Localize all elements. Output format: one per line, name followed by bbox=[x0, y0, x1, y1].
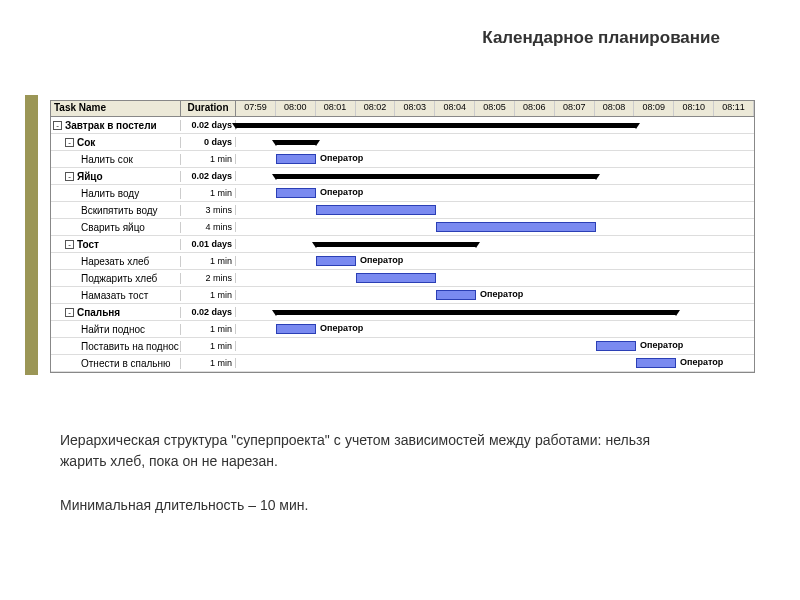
gantt-bar-cell: Оператор bbox=[236, 338, 754, 354]
gantt-row: Сварить яйцо4 mins bbox=[51, 219, 754, 236]
gantt-row: Налить воду1 minОператор bbox=[51, 185, 754, 202]
duration-cell: 1 min bbox=[181, 341, 236, 351]
task-name-cell[interactable]: Налить воду bbox=[51, 188, 181, 199]
gantt-header: Task Name Duration 07:5908:0008:0108:020… bbox=[51, 101, 754, 117]
resource-label: Оператор bbox=[480, 289, 523, 299]
timeline-tick: 08:06 bbox=[515, 101, 555, 116]
gantt-bar-cell: Оператор bbox=[236, 287, 754, 303]
description-text-1: Иерархическая структура "суперпроекта" с… bbox=[60, 430, 650, 472]
collapse-toggle[interactable]: - bbox=[65, 172, 74, 181]
collapse-toggle[interactable]: - bbox=[65, 240, 74, 249]
gantt-row: -Завтрак в постели0.02 days bbox=[51, 117, 754, 134]
gantt-row: Налить сок1 minОператор bbox=[51, 151, 754, 168]
timeline-tick: 08:11 bbox=[714, 101, 754, 116]
task-bar[interactable] bbox=[636, 358, 676, 368]
gantt-bar-cell bbox=[236, 236, 754, 252]
task-bar[interactable] bbox=[596, 341, 636, 351]
task-bar[interactable] bbox=[436, 222, 596, 232]
duration-cell: 1 min bbox=[181, 324, 236, 334]
task-name-cell[interactable]: Поставить на поднос bbox=[51, 341, 181, 352]
task-name-cell[interactable]: Поджарить хлеб bbox=[51, 273, 181, 284]
task-name-cell[interactable]: Найти поднос bbox=[51, 324, 181, 335]
timeline-tick: 08:10 bbox=[674, 101, 714, 116]
duration-cell: 2 mins bbox=[181, 273, 236, 283]
task-name-label: Налить сок bbox=[81, 154, 133, 165]
collapse-toggle[interactable]: - bbox=[53, 121, 62, 130]
gantt-chart: Task Name Duration 07:5908:0008:0108:020… bbox=[50, 100, 755, 373]
col-header-task[interactable]: Task Name bbox=[51, 101, 181, 116]
task-name-label: Поджарить хлеб bbox=[81, 273, 157, 284]
task-name-label: Тост bbox=[77, 239, 99, 250]
task-bar[interactable] bbox=[316, 256, 356, 266]
duration-cell: 1 min bbox=[181, 188, 236, 198]
summary-bar[interactable] bbox=[316, 242, 476, 247]
gantt-bar-cell bbox=[236, 270, 754, 286]
gantt-row: Поставить на поднос1 minОператор bbox=[51, 338, 754, 355]
task-name-cell[interactable]: -Яйцо bbox=[51, 171, 181, 182]
gantt-bar-cell bbox=[236, 202, 754, 218]
collapse-toggle[interactable]: - bbox=[65, 308, 74, 317]
task-name-cell[interactable]: Сварить яйцо bbox=[51, 222, 181, 233]
timeline-tick: 07:59 bbox=[236, 101, 276, 116]
col-header-duration[interactable]: Duration bbox=[181, 101, 236, 116]
resource-label: Оператор bbox=[320, 153, 363, 163]
task-bar[interactable] bbox=[316, 205, 436, 215]
task-name-label: Спальня bbox=[77, 307, 120, 318]
duration-cell: 1 min bbox=[181, 358, 236, 368]
task-bar[interactable] bbox=[436, 290, 476, 300]
timeline-tick: 08:07 bbox=[555, 101, 595, 116]
summary-bar[interactable] bbox=[236, 123, 636, 128]
duration-cell: 1 min bbox=[181, 154, 236, 164]
summary-bar[interactable] bbox=[276, 174, 596, 179]
task-name-label: Сок bbox=[77, 137, 95, 148]
gantt-row: -Яйцо0.02 days bbox=[51, 168, 754, 185]
task-name-label: Намазать тост bbox=[81, 290, 148, 301]
gantt-bar-cell bbox=[236, 219, 754, 235]
resource-label: Оператор bbox=[360, 255, 403, 265]
task-name-cell[interactable]: Намазать тост bbox=[51, 290, 181, 301]
resource-label: Оператор bbox=[320, 187, 363, 197]
description-text-2: Минимальная длительность – 10 мин. bbox=[60, 495, 650, 516]
collapse-toggle[interactable]: - bbox=[65, 138, 74, 147]
task-bar[interactable] bbox=[276, 154, 316, 164]
task-name-label: Отнести в спальню bbox=[81, 358, 171, 369]
gantt-row: -Тост0.01 days bbox=[51, 236, 754, 253]
gantt-row: Намазать тост1 minОператор bbox=[51, 287, 754, 304]
task-bar[interactable] bbox=[276, 188, 316, 198]
timeline-tick: 08:04 bbox=[435, 101, 475, 116]
task-name-cell[interactable]: -Завтрак в постели bbox=[51, 120, 181, 131]
summary-bar[interactable] bbox=[276, 140, 316, 145]
duration-cell: 0.02 days bbox=[181, 307, 236, 317]
task-bar[interactable] bbox=[356, 273, 436, 283]
gantt-bar-cell bbox=[236, 168, 754, 184]
task-name-cell[interactable]: Отнести в спальню bbox=[51, 358, 181, 369]
task-name-cell[interactable]: Налить сок bbox=[51, 154, 181, 165]
task-name-cell[interactable]: -Тост bbox=[51, 239, 181, 250]
gantt-row: Вскипятить воду3 mins bbox=[51, 202, 754, 219]
duration-cell: 1 min bbox=[181, 256, 236, 266]
gantt-row: Отнести в спальню1 minОператор bbox=[51, 355, 754, 372]
gantt-bar-cell bbox=[236, 117, 754, 133]
task-name-cell[interactable]: Нарезать хлеб bbox=[51, 256, 181, 267]
duration-cell: 1 min bbox=[181, 290, 236, 300]
task-name-cell[interactable]: -Сок bbox=[51, 137, 181, 148]
duration-cell: 0.02 days bbox=[181, 120, 236, 130]
timeline-tick: 08:09 bbox=[634, 101, 674, 116]
duration-cell: 0.02 days bbox=[181, 171, 236, 181]
task-name-cell[interactable]: -Спальня bbox=[51, 307, 181, 318]
timeline-header: 07:5908:0008:0108:0208:0308:0408:0508:06… bbox=[236, 101, 754, 116]
task-name-cell[interactable]: Вскипятить воду bbox=[51, 205, 181, 216]
task-bar[interactable] bbox=[276, 324, 316, 334]
resource-label: Оператор bbox=[640, 340, 683, 350]
timeline-tick: 08:00 bbox=[276, 101, 316, 116]
resource-label: Оператор bbox=[320, 323, 363, 333]
gantt-bar-cell bbox=[236, 304, 754, 320]
task-name-label: Налить воду bbox=[81, 188, 139, 199]
task-name-label: Яйцо bbox=[77, 171, 103, 182]
gantt-row: Поджарить хлеб2 mins bbox=[51, 270, 754, 287]
accent-bar bbox=[25, 95, 38, 375]
resource-label: Оператор bbox=[680, 357, 723, 367]
timeline-tick: 08:05 bbox=[475, 101, 515, 116]
gantt-bar-cell: Оператор bbox=[236, 321, 754, 337]
summary-bar[interactable] bbox=[276, 310, 676, 315]
